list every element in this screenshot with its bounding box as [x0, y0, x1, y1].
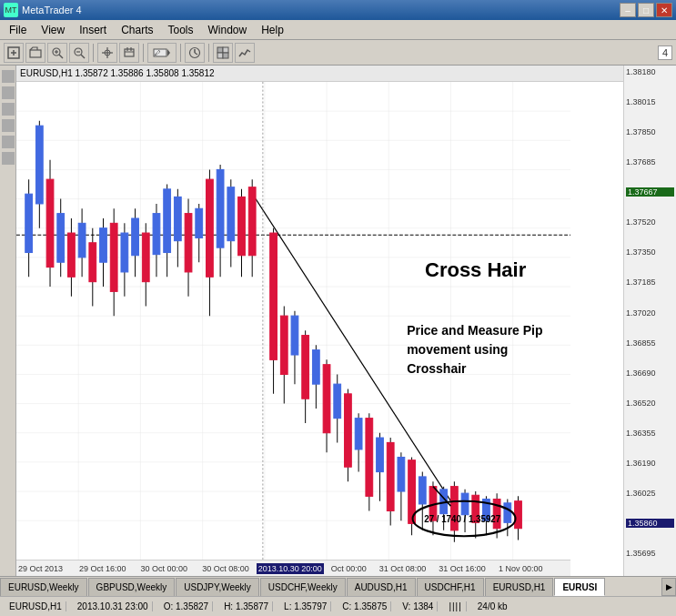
svg-rect-88 — [196, 208, 203, 237]
menu-insert[interactable]: Insert — [72, 22, 114, 38]
svg-line-23 — [195, 53, 197, 55]
tab-usdchf-weekly[interactable]: USDCHF,Weekly — [260, 578, 346, 596]
svg-rect-78 — [142, 233, 149, 282]
svg-rect-60 — [46, 179, 54, 267]
toolbar-zoom-out[interactable] — [69, 43, 89, 63]
left-tool-6[interactable] — [2, 152, 15, 165]
toolbar-right-value: 4 — [658, 45, 672, 60]
toolbar-indicators[interactable] — [235, 43, 255, 63]
toolbar-period[interactable] — [119, 43, 139, 63]
toolbar-crosshair[interactable] — [97, 43, 117, 63]
menu-view[interactable]: View — [34, 22, 72, 38]
menu-bar: File View Insert Charts Tools Window Hel… — [0, 20, 676, 40]
svg-rect-66 — [78, 223, 86, 258]
svg-text:27 / 1740 / 1.35927: 27 / 1740 / 1.35927 — [424, 514, 500, 525]
status-pair: EURUSD,H1 — [5, 601, 66, 611]
menu-file[interactable]: File — [2, 22, 34, 38]
app-icon: MT — [4, 3, 18, 17]
toolbar-sep-2 — [143, 44, 144, 62]
chart-ask2: 1.35808 — [146, 68, 178, 78]
svg-rect-120 — [377, 438, 384, 471]
chart-symbol: EURUSD,H1 — [20, 68, 73, 78]
svg-rect-118 — [366, 419, 373, 497]
close-button[interactable]: ✕ — [656, 3, 672, 17]
toolbar-draw[interactable]: 🖊 — [147, 43, 177, 63]
toolbar-new-chart[interactable] — [4, 43, 24, 63]
menu-window[interactable]: Window — [201, 22, 255, 38]
svg-rect-62 — [57, 214, 65, 263]
left-tool-5[interactable] — [2, 136, 15, 148]
tab-usdchf-h1[interactable]: USDCHF,H1 — [417, 578, 484, 596]
toolbar: 🖊 4 — [0, 40, 676, 66]
svg-rect-122 — [387, 442, 394, 510]
toolbar-time[interactable] — [185, 43, 205, 63]
chart-last: 1.35812 — [181, 68, 214, 78]
svg-line-9 — [81, 55, 85, 58]
toolbar-template[interactable] — [213, 43, 233, 63]
maximize-button[interactable]: □ — [638, 3, 654, 17]
menu-help[interactable]: Help — [254, 22, 291, 38]
svg-rect-146 — [515, 501, 522, 529]
svg-line-5 — [59, 55, 63, 58]
svg-rect-80 — [153, 214, 160, 255]
svg-rect-74 — [121, 233, 128, 272]
svg-rect-116 — [355, 419, 362, 449]
left-tool-4[interactable] — [2, 119, 15, 132]
svg-rect-84 — [174, 197, 181, 240]
svg-rect-106 — [302, 336, 309, 399]
svg-rect-14 — [125, 49, 134, 56]
svg-rect-94 — [227, 187, 235, 241]
left-tool-3[interactable] — [2, 103, 15, 116]
minimize-button[interactable]: – — [620, 3, 636, 17]
status-bar-icon: |||| — [445, 601, 466, 611]
price-axis: 1.38180 1.38015 1.37850 1.37685 1.37667 … — [623, 66, 676, 576]
svg-rect-72 — [110, 223, 117, 291]
svg-rect-25 — [223, 47, 228, 53]
chart-panel: EURUSD,H1 1.35872 1.35886 1.35808 1.3581… — [16, 66, 623, 576]
status-low: L: 1.35797 — [280, 601, 331, 611]
title-bar-text: MetaTrader 4 — [22, 5, 82, 15]
status-close: C: 1.35875 — [338, 601, 391, 611]
svg-rect-92 — [217, 169, 224, 247]
svg-rect-108 — [312, 350, 319, 385]
chart-bid: 1.35872 — [76, 68, 108, 78]
menu-charts[interactable]: Charts — [114, 22, 160, 38]
svg-marker-20 — [167, 49, 170, 56]
svg-rect-76 — [132, 218, 139, 256]
svg-rect-24 — [217, 47, 223, 53]
tab-eurusd-weekly[interactable]: EURUSD,Weekly — [0, 578, 87, 596]
svg-rect-98 — [248, 187, 256, 256]
svg-rect-26 — [217, 53, 223, 58]
status-size: 24/0 kb — [474, 601, 511, 611]
status-high: H: 1.35877 — [220, 601, 273, 611]
tab-scroll-right[interactable]: ▶ — [661, 578, 676, 596]
svg-rect-27 — [223, 53, 228, 58]
svg-rect-82 — [164, 189, 171, 253]
left-tool-1[interactable] — [2, 70, 15, 83]
svg-rect-128 — [419, 477, 426, 504]
toolbar-sep-3 — [180, 44, 181, 62]
menu-tools[interactable]: Tools — [161, 22, 201, 38]
svg-rect-136 — [461, 493, 469, 515]
svg-rect-114 — [345, 394, 352, 467]
chart-svg: 27 / 1740 / 1.35927 — [16, 82, 570, 560]
toolbar-zoom-in[interactable] — [47, 43, 67, 63]
svg-rect-3 — [30, 50, 41, 57]
tab-audusd-h1[interactable]: AUDUSD,H1 — [347, 578, 416, 596]
time-axis: 29 Oct 2013 29 Oct 16:00 30 Oct 00:00 30… — [16, 560, 570, 576]
toolbar-sep-4 — [208, 44, 209, 62]
tab-eurusi[interactable]: EURUSI — [554, 578, 605, 596]
svg-rect-58 — [35, 126, 43, 204]
tab-gbpusd-weekly[interactable]: GBPUSD,Weekly — [88, 578, 176, 596]
svg-rect-96 — [238, 197, 246, 255]
title-bar: MT MetaTrader 4 – □ ✕ — [0, 0, 676, 20]
svg-rect-110 — [323, 365, 330, 433]
title-bar-controls: – □ ✕ — [620, 3, 672, 17]
tab-usdjpy-weekly[interactable]: USDJPY,Weekly — [176, 578, 259, 596]
chart-header: EURUSD,H1 1.35872 1.35886 1.35808 1.3581… — [16, 66, 623, 82]
tab-eurusd-h1[interactable]: EURUSD,H1 — [485, 578, 554, 596]
toolbar-sep-1 — [93, 44, 94, 62]
toolbar-open[interactable] — [25, 43, 45, 63]
left-tool-2[interactable] — [2, 86, 15, 99]
svg-rect-56 — [25, 194, 33, 252]
